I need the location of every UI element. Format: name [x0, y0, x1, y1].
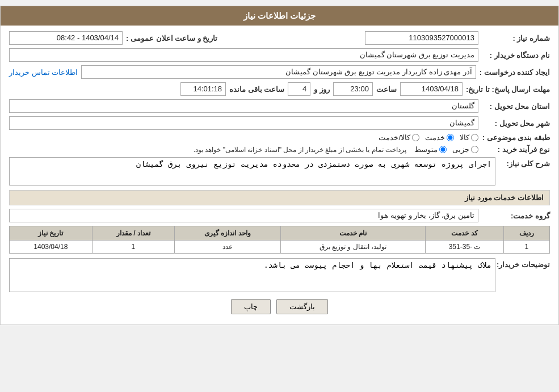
page-wrapper: جزئیات اطلاعات نیاز شماره نیاز : 1103093… [0, 6, 559, 325]
gorohe-value: تامین برق، گاز، بخار و تهویه هوا [9, 209, 478, 222]
mohlat-label: مهلت ارسال پاسخ: تا تاریخ: [466, 85, 550, 94]
row-shahr: شهر محل تحویل : گمیشان [9, 116, 550, 130]
col-radif: ردیف [503, 226, 549, 241]
radio-jozei-label: جزیی [452, 145, 469, 154]
radio-motavaset-label: متوسط [414, 145, 438, 154]
row-gorohe: گروه خدمت: تامین برق، گاز، بخار و تهویه … [9, 209, 550, 222]
radio-motavaset-input[interactable] [439, 146, 447, 153]
radio-khadamat-input[interactable] [447, 134, 454, 141]
noefar-radio-group: متوسط جزیی [414, 145, 478, 154]
services-section-title: اطلاعات خدمات مورد نیاز [9, 190, 550, 205]
radio-motavaset[interactable]: متوسط [414, 145, 447, 154]
baqi-value: 14:01:18 [180, 82, 226, 96]
cell-radif: 1 [503, 241, 549, 254]
tabaqe-label: طبقه بندی موضوعی : [482, 133, 550, 142]
saat-label: ساعت [376, 85, 397, 94]
ijad-value: آذر مهدی زاده کاربردار مدیریت توزیع برق … [81, 65, 476, 79]
namdastgah-label: نام دستگاه خریدار : [482, 51, 550, 60]
page-header: جزئیات اطلاعات نیاز [1, 6, 558, 26]
tarikhelan-value: 1403/04/14 - 08:42 [9, 31, 123, 45]
gorohe-label: گروه خدمت: [482, 212, 550, 220]
shomara-value: 1103093527000013 [365, 31, 478, 45]
buttons-row: بازگشت چاپ [9, 299, 550, 314]
radio-kala-khadamat-label: کالا/خدمت [379, 133, 410, 142]
toseeh-textarea[interactable] [9, 258, 495, 292]
ostan-value: گلستان [9, 99, 478, 113]
cell-vahed: عدد [175, 241, 280, 254]
col-vahed: واحد اندازه گیری [175, 226, 280, 241]
radio-kala-khadamat[interactable]: کالا/خدمت [379, 133, 419, 142]
tabaqe-radio-group: کالا/خدمت خدمت کالا [379, 133, 478, 142]
radio-kala[interactable]: کالا [460, 133, 478, 142]
sharh-wrapper: شرح کلی نیاز: [9, 157, 550, 186]
content-area: شماره نیاز : 1103093527000013 تاریخ و سا… [1, 26, 558, 324]
shahr-value: گمیشان [9, 116, 478, 130]
services-table: ردیف کد خدمت نام خدمت واحد اندازه گیری ت… [9, 226, 550, 254]
namdastgah-value: مدیریت توزیع برق شهرستان گمیشان [9, 48, 478, 62]
col-tarikh: تاریخ نیاز [10, 226, 93, 241]
sharh-label: شرح کلی نیاز: [499, 157, 550, 168]
radio-kala-label: کالا [460, 133, 469, 142]
roz-value: 4 [288, 82, 310, 96]
radio-jozei-input[interactable] [471, 146, 478, 153]
noefar-label: نوع فرآیند خرید : [482, 145, 550, 154]
cell-nam: تولید، انتقال و توزیع برق [280, 241, 426, 254]
col-nam: نام خدمت [280, 226, 426, 241]
shomara-label: شماره نیاز : [482, 34, 550, 43]
cell-tedad: 1 [92, 241, 175, 254]
radio-kala-khadamat-input[interactable] [412, 134, 419, 141]
row-shomara: شماره نیاز : 1103093527000013 تاریخ و سا… [9, 31, 550, 45]
row-noefar: نوع فرآیند خرید : متوسط جزیی پرداخت تمام… [9, 145, 550, 154]
page-title: جزئیات اطلاعات نیاز [243, 11, 316, 20]
cell-kod: ت -35-351 [426, 241, 503, 254]
radio-kala-input[interactable] [471, 134, 478, 141]
toseeh-wrapper: توضیحات خریدار: [9, 258, 550, 292]
shahr-label: شهر محل تحویل : [482, 119, 550, 128]
row-ostan: استان محل تحویل : گلستان [9, 99, 550, 113]
radio-khadamat[interactable]: خدمت [425, 133, 454, 142]
ostan-label: استان محل تحویل : [482, 102, 550, 111]
ijad-label: ایجاد کننده درخواست : [480, 68, 550, 77]
row-mohlat: مهلت ارسال پاسخ: تا تاریخ: 1403/04/18 سا… [9, 82, 550, 96]
row-namdastgah: نام دستگاه خریدار : مدیریت توزیع برق شهر… [9, 48, 550, 62]
back-button[interactable]: بازگشت [276, 299, 328, 314]
ettelaat-link[interactable]: اطلاعات تماس خریدار [9, 68, 78, 77]
radio-khadamat-label: خدمت [425, 133, 445, 142]
toseeh-label: توضیحات خریدار: [499, 258, 550, 269]
row-ijad: ایجاد کننده درخواست : آذر مهدی زاده کارب… [9, 65, 550, 79]
saat-value: 23:00 [333, 82, 373, 96]
col-kod: کد خدمت [426, 226, 503, 241]
noefar-note: پرداخت تمام یا بخشی از مبلغ خریدار از مح… [194, 146, 406, 154]
tarikhelan-label: تاریخ و ساعت اعلان عمومی : [126, 34, 217, 43]
baqi-label: ساعت باقی مانده [229, 85, 284, 94]
radio-jozei[interactable]: جزیی [452, 145, 478, 154]
table-row: 1 ت -35-351 تولید، انتقال و توزیع برق عد… [10, 241, 550, 254]
sharh-textarea[interactable] [9, 157, 495, 186]
cell-tarikh: 1403/04/18 [10, 241, 93, 254]
col-tedad: تعداد / مقدار [92, 226, 175, 241]
date-value: 1403/04/18 [400, 82, 463, 96]
row-tabaqe: طبقه بندی موضوعی : کالا/خدمت خدمت کالا [9, 133, 550, 142]
print-button[interactable]: چاپ [231, 299, 271, 314]
roz-label: روز و [314, 85, 330, 94]
